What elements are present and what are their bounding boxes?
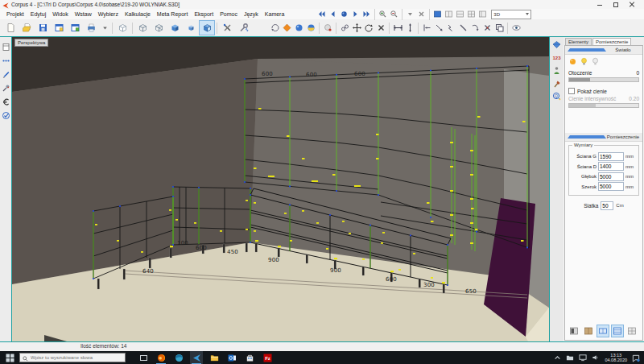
visibility-eye-icon[interactable] [510, 23, 522, 34]
cross-tool-icon[interactable] [481, 23, 493, 34]
material-diamond-icon[interactable] [281, 23, 292, 34]
ellipsis-tool-icon[interactable] [2, 54, 10, 63]
viewport-3d[interactable]: Perspektywa [11, 37, 549, 341]
paint-brush-icon[interactable] [2, 68, 10, 77]
view-mode-dropdown[interactable]: 3D [491, 10, 531, 19]
search-q-icon[interactable]: Q [552, 92, 561, 101]
menu-jezyk[interactable]: Język [241, 11, 262, 17]
person-icon[interactable] [552, 66, 561, 75]
project-window-button[interactable] [51, 20, 67, 35]
corpus-taskbar-icon[interactable] [192, 353, 201, 362]
snap-ball-icon[interactable] [322, 23, 333, 34]
outlook-icon[interactable] [227, 353, 237, 362]
maximize-button[interactable] [613, 2, 619, 8]
tools-button[interactable] [219, 20, 235, 35]
new-file-button[interactable] [2, 20, 19, 35]
menu-eksport[interactable]: Eksport [191, 11, 217, 17]
align-left-icon[interactable] [421, 23, 432, 34]
height-resize-icon[interactable] [404, 23, 415, 34]
shadow-intensity-slider[interactable] [568, 103, 639, 108]
task-view-icon[interactable] [138, 353, 148, 362]
menu-kalkulacje[interactable]: Kalkulacje [122, 11, 154, 17]
start-button[interactable] [0, 351, 19, 364]
minimize-button[interactable] [597, 2, 603, 8]
save-button[interactable] [35, 20, 51, 35]
taskbar-search[interactable] [19, 353, 126, 362]
distribute-icon[interactable] [445, 23, 456, 34]
settings-wrench-button[interactable] [235, 20, 251, 35]
layout-single-icon[interactable] [432, 10, 443, 19]
nav-next-icon[interactable] [350, 10, 361, 19]
euro-price-icon[interactable] [2, 95, 10, 104]
curve-arrow-icon[interactable] [469, 23, 481, 34]
grid-input[interactable] [601, 201, 613, 210]
nav-home-icon[interactable] [339, 10, 349, 19]
copy-cube-button[interactable] [114, 20, 130, 35]
print-button[interactable] [83, 20, 99, 35]
solid-view-button[interactable] [167, 20, 183, 35]
base-cabinet-icon[interactable] [568, 325, 580, 337]
window-grid-icon[interactable] [625, 325, 638, 337]
menu-kamera[interactable]: Kamera [262, 11, 288, 17]
width-input[interactable] [598, 182, 624, 191]
rotate-icon[interactable] [363, 23, 374, 34]
tall-cabinet-icon[interactable] [582, 325, 595, 337]
tray-clock[interactable]: 13:1304.08.2020 [605, 353, 627, 363]
link-icon[interactable] [339, 23, 350, 34]
align-corner-icon[interactable] [433, 23, 444, 34]
menu-widok[interactable]: Widok [49, 11, 71, 17]
sun-light-icon[interactable] [568, 57, 577, 67]
tray-chevron-icon[interactable] [553, 354, 561, 362]
layout-3-icon[interactable] [455, 10, 465, 19]
wall-d-input[interactable] [598, 162, 624, 171]
view-name-label[interactable]: Perspektywa [14, 39, 48, 47]
file-explorer-icon[interactable] [209, 353, 219, 362]
close-button[interactable] [629, 2, 635, 8]
print-dropdown-arrow-icon[interactable] [99, 23, 110, 34]
bulb-on-icon[interactable] [580, 57, 588, 67]
project-window-2-button[interactable] [67, 20, 83, 35]
nav-first-icon[interactable] [316, 10, 327, 19]
tray-folder-icon[interactable] [566, 354, 574, 362]
move-icon[interactable] [351, 23, 362, 34]
wall-cabinet-icon[interactable] [597, 325, 609, 337]
layout-5-icon[interactable] [477, 10, 488, 19]
duplicate-rect-icon[interactable] [493, 23, 505, 34]
layout-4-icon[interactable] [466, 10, 477, 19]
textured-view-button[interactable] [199, 20, 215, 35]
cabinet-tool-icon[interactable] [2, 40, 10, 49]
ambient-slider[interactable] [568, 77, 639, 82]
wall-g-input[interactable] [598, 152, 624, 161]
wireframe-view-button[interactable] [134, 20, 151, 35]
element-gem-icon[interactable] [552, 40, 561, 49]
tab-elementy[interactable]: Elementy [565, 38, 592, 45]
hidden-line-view-button[interactable] [151, 20, 167, 35]
width-resize-icon[interactable] [392, 23, 403, 34]
menu-projekt[interactable]: Projekt [3, 11, 27, 17]
nav-prev-icon[interactable] [328, 10, 338, 19]
orbit-icon[interactable] [269, 23, 280, 34]
filezilla-icon[interactable]: Fz [262, 353, 272, 362]
delete-icon[interactable] [375, 23, 386, 34]
numbers-icon[interactable]: 123 [552, 53, 561, 62]
axe-icon[interactable] [552, 79, 561, 88]
drawer-cabinet-icon[interactable] [611, 325, 624, 337]
close-view-icon[interactable] [416, 10, 427, 19]
bulb-off-icon[interactable] [591, 57, 600, 67]
open-file-button[interactable] [19, 20, 35, 35]
ms-store-icon[interactable] [245, 353, 254, 362]
menu-wybierz[interactable]: Wybierz [95, 11, 122, 17]
tab-pomieszczenie[interactable]: Pomieszczenie [592, 38, 631, 45]
menu-meta-report[interactable]: Meta Report [154, 11, 192, 17]
chevron-down-icon[interactable] [405, 10, 415, 19]
menu-edytuj[interactable]: Edytuj [27, 11, 49, 17]
material-ball-icon[interactable] [305, 23, 316, 34]
layout-2-icon[interactable] [444, 10, 454, 19]
tray-monitor-icon[interactable] [579, 354, 587, 362]
show-shadows-checkbox[interactable] [568, 88, 575, 94]
edge-icon[interactable] [174, 353, 184, 362]
firefox-icon[interactable] [156, 353, 166, 362]
confirm-check-icon[interactable] [2, 109, 10, 118]
menu-wstaw[interactable]: Wstaw [72, 11, 95, 17]
nav-last-icon[interactable] [361, 10, 372, 19]
